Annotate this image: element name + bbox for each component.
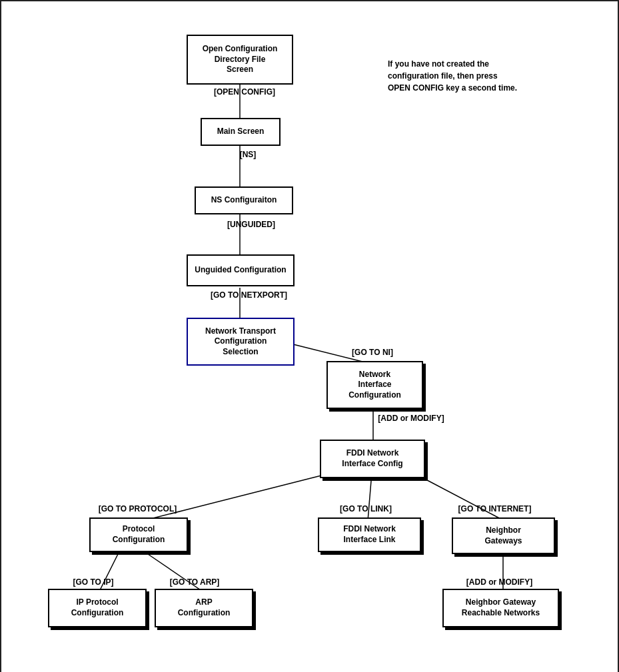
box-netxport: Network TransportConfigurationSelection	[187, 318, 295, 366]
connector-lines	[15, 15, 604, 667]
label-go-to-ip: [GO TO IP]	[60, 577, 127, 587]
box-ni-config: NetworkInterfaceConfiguration	[326, 361, 423, 409]
label-go-to-protocol: [GO TO PROTOCOL]	[83, 504, 193, 513]
box-ns-config: NS Configuraiton	[195, 186, 293, 214]
label-open-config: [OPEN CONFIG]	[201, 87, 288, 97]
label-go-to-ni: [GO TO NI]	[329, 348, 416, 357]
svg-line-6	[143, 474, 326, 521]
box-neighbor-gw: NeighborGateways	[452, 517, 555, 554]
svg-line-10	[148, 554, 207, 594]
box-fddi-config: FDDI NetworkInterface Config	[320, 440, 425, 478]
note-text: If you have not created the configuratio…	[388, 58, 588, 94]
label-go-to-arp: [GO TO ARP]	[158, 577, 231, 587]
page: If you have not created the configuratio…	[0, 0, 619, 672]
box-unguided: Unguided Configuration	[187, 254, 295, 286]
svg-line-9	[98, 554, 118, 594]
svg-line-7	[368, 481, 371, 521]
label-go-to-link: [GO TO LINK]	[322, 504, 409, 513]
label-go-to-internet: [GO TO INTERNET]	[440, 504, 550, 513]
label-add-modify-2: [ADD or MODIFY]	[444, 577, 554, 587]
label-go-to-netxport: [GO TO NETXPORT]	[191, 290, 307, 300]
flowchart: If you have not created the configuratio…	[15, 15, 604, 667]
box-fddi-link: FDDI NetworkInterface Link	[318, 517, 421, 552]
label-ns: [NS]	[228, 150, 268, 159]
box-main-screen: Main Screen	[201, 118, 281, 146]
label-add-modify-1: [ADD or MODIFY]	[358, 414, 464, 423]
box-ip-protocol: IP ProtocolConfiguration	[48, 589, 147, 627]
label-unguided: [UNGUIDED]	[211, 220, 291, 229]
svg-line-8	[416, 474, 504, 521]
box-open-config: Open ConfigurationDirectory FileScreen	[187, 35, 293, 85]
box-neighbor-gw-networks: Neighbor GatewayReachable Networks	[442, 589, 559, 627]
box-protocol-config: ProtocolConfiguration	[89, 517, 188, 552]
box-arp-config: ARPConfiguration	[155, 589, 253, 627]
